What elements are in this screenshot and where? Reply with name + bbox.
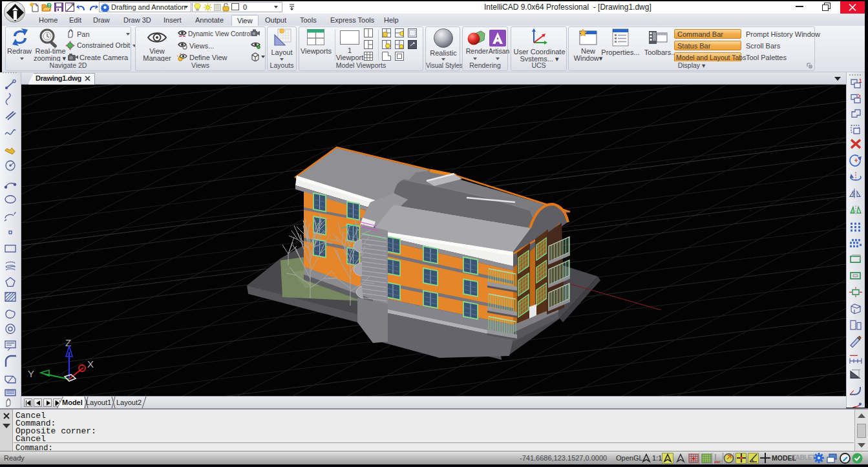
svg-text:X: X xyxy=(87,358,94,369)
svg-text:1: 1 xyxy=(859,78,862,84)
svg-text:Z: Z xyxy=(65,337,71,348)
svg-text:Y: Y xyxy=(28,368,34,379)
